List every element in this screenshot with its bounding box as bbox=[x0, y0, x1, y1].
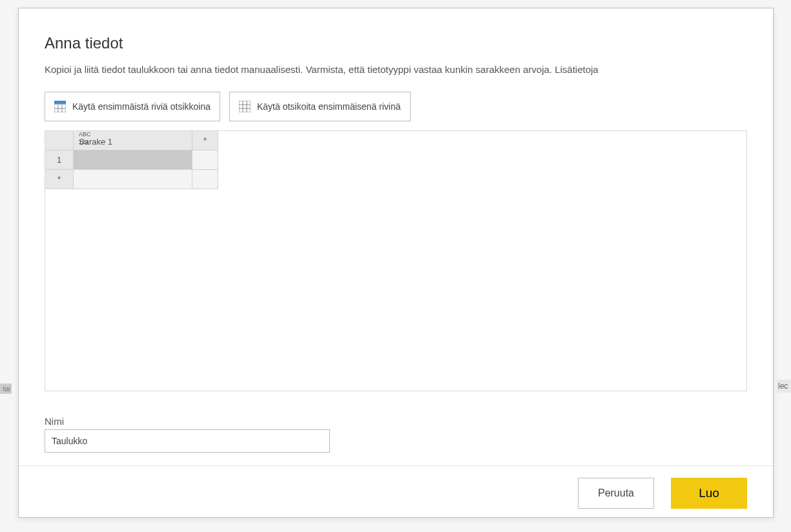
button-label: Käytä ensimmäistä riviä otsikkoina bbox=[72, 101, 211, 112]
dialog-content: Anna tiedot Kopioi ja liitä tiedot taulu… bbox=[19, 8, 773, 466]
use-headers-as-first-row-button[interactable]: Käytä otsikoita ensimmäisenä rivinä bbox=[229, 92, 411, 121]
row-header-1[interactable]: 1 bbox=[45, 150, 74, 170]
dialog-description: Kopioi ja liitä tiedot taulukkoon tai an… bbox=[45, 64, 747, 75]
table-grid-icon bbox=[239, 101, 251, 112]
background-fragment-left: tai bbox=[0, 384, 12, 394]
grid-cell-new-new[interactable] bbox=[192, 170, 218, 189]
column-header-1[interactable]: ABC123 Sarake 1 bbox=[74, 131, 192, 150]
column-header-row: ABC123 Sarake 1 * bbox=[74, 131, 218, 150]
enter-data-dialog: Anna tiedot Kopioi ja liitä tiedot taulu… bbox=[18, 8, 774, 518]
name-section: Nimi bbox=[45, 416, 747, 453]
svg-rect-6 bbox=[239, 101, 251, 112]
dialog-title: Anna tiedot bbox=[45, 34, 747, 52]
table-header-icon bbox=[54, 101, 66, 112]
grid-cell-new-c1[interactable] bbox=[74, 170, 192, 189]
background-fragment-right: lec bbox=[777, 380, 791, 393]
data-row-1 bbox=[74, 150, 218, 170]
grid-cell-r1-c1[interactable] bbox=[74, 150, 192, 170]
row-header-column: 1 * bbox=[45, 131, 74, 189]
column-name: Sarake 1 bbox=[79, 137, 112, 147]
use-first-row-as-headers-button[interactable]: Käytä ensimmäistä riviä otsikkoina bbox=[45, 92, 220, 121]
toolbar: Käytä ensimmäistä riviä otsikkoina Käytä… bbox=[45, 92, 747, 121]
grid-empty-area[interactable] bbox=[45, 189, 746, 391]
grid-corner-cell[interactable] bbox=[45, 131, 74, 150]
data-grid[interactable]: 1 * ABC123 Sarake 1 * bbox=[45, 130, 747, 391]
column-header-new[interactable]: * bbox=[192, 131, 218, 150]
name-label: Nimi bbox=[45, 416, 747, 427]
row-header-new[interactable]: * bbox=[45, 170, 74, 189]
data-row-new bbox=[74, 170, 218, 189]
button-label: Käytä otsikoita ensimmäisenä rivinä bbox=[257, 101, 401, 112]
cancel-button[interactable]: Peruuta bbox=[578, 478, 654, 509]
table-name-input[interactable] bbox=[45, 429, 330, 453]
grid-cell-r1-new[interactable] bbox=[192, 150, 218, 170]
dialog-footer: Peruuta Luo bbox=[19, 466, 773, 520]
create-button[interactable]: Luo bbox=[671, 478, 747, 509]
svg-rect-0 bbox=[54, 101, 66, 105]
